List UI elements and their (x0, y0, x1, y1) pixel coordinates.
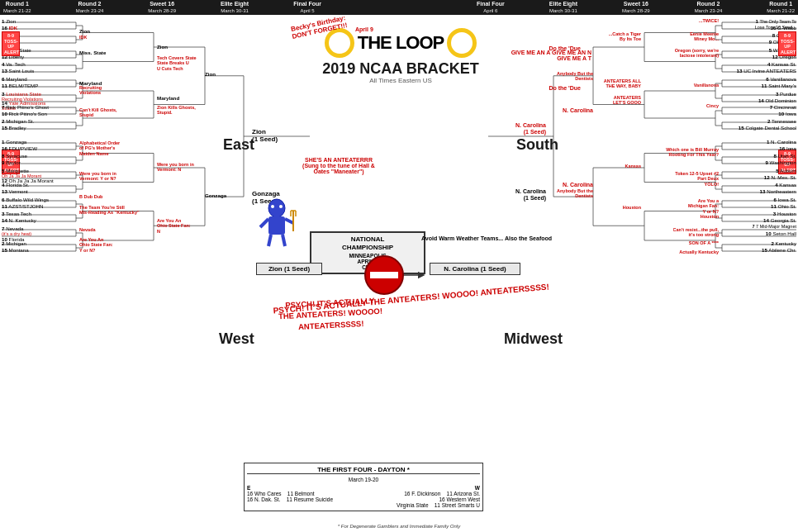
team-south-r1-10: 10 Iowa (778, 111, 796, 116)
round-header-ffl: Final Four April 5 (293, 1, 321, 14)
team-west-r1-14: 14 N. Kentucky (2, 217, 36, 223)
team-south-r1-13: 13 UC Irvine ANTEATERS (737, 68, 796, 74)
team-midwest-r1-4: 4 Kansas (775, 182, 796, 188)
team-midwest-r1-9: 9 Washington (765, 159, 796, 165)
first-four-west-games: W 16 F. Dickinson 11 Arizona St. 16 West… (368, 485, 480, 508)
svg-point-2 (268, 199, 285, 217)
team-south-r2-twice: ...TWICE! (699, 18, 719, 23)
do-the-due-s16: Do the 'Due (549, 85, 581, 91)
team-east-r2-cant-kill: Can't Kill Ghosts,Stupid (79, 107, 117, 118)
first-four-section: THE FIRST FOUR - DAYTON * March 19-20 E … (244, 463, 483, 511)
team-midwest-r1-7: 7 7 Mid-Major Magnet (753, 224, 797, 229)
team-midwest-ff: N. Carolina(1 Seed) (515, 188, 546, 202)
team-east-s16-maryland: Maryland (157, 95, 179, 101)
team-south-s16-catch-tiger: ...Catch a TigerBy Its Toe (609, 31, 641, 42)
team-midwest-r2-actually-ky: Actually Kentucky (679, 249, 719, 254)
team-east-s16-tech: Tech Covers StateState Breaks UU Cuts Te… (157, 55, 197, 71)
team-midwest-e8: Anybody But theDentists (557, 188, 593, 199)
team-south-r1-16: 16 G-Webb (770, 25, 796, 31)
team-south-r1-2: 2 Tennessee (767, 118, 796, 124)
team-west-r1-4: 4 Florida St. (2, 182, 29, 188)
team-east-r2-idk: IDK (79, 35, 87, 40)
anteater-song: SHE'S AN ANTEATERRR (Sung to the tune of… (297, 157, 380, 174)
team-midwest-r1-14: 14 Georgia St. (763, 217, 796, 223)
team-midwest-r2-cant-resist: Can't resist...the pull,it's too strong (673, 227, 719, 238)
team-midwest-r2-son-of: SON OF A **** (689, 240, 719, 245)
team-south-r1-14: 14 Old Dominion (758, 97, 796, 103)
team-east-r1-4: 4 Va. Tech (2, 61, 26, 67)
svg-line-4 (260, 219, 268, 227)
round-header-r1l: Round 1 March 21-22 (3, 1, 31, 14)
ff-e-game1: 16 Who Cares 11 Belmont (247, 491, 359, 496)
first-four-dates: March 19-20 (247, 477, 480, 482)
first-four-title: THE FIRST FOUR - DAYTON * (247, 466, 480, 474)
nc-s16-right: N. Carolina (563, 182, 593, 188)
west-region-label: West (219, 330, 254, 348)
team-west-r2-ohio: Are You AnOhio State Fan:Y or N? (79, 237, 113, 253)
team-east-r2-recvio: RecruitingViolations (79, 85, 102, 96)
first-four-east-games: E 16 Who Cares 11 Belmont 16 N. Dak. St.… (247, 485, 359, 508)
team-east-r1-2: 2 Michigan St. (2, 118, 34, 124)
team-east-r1-15: 15 Bradley (2, 125, 26, 131)
team-midwest-r1-5: 5 Auburn (776, 168, 796, 173)
team-east-r1-16: 16 IDK (2, 25, 17, 31)
team-south-e8-anteaters: Anybody But theDentists (557, 71, 593, 82)
svg-point-8 (271, 205, 274, 208)
team-east-r1-10: 10 Rick Pitino's Son (2, 111, 47, 116)
team-east-r2-zion: Zion (79, 28, 90, 34)
team-west-r1-13: 13 Vermont (2, 188, 28, 194)
midwest-region-label: Midwest (504, 330, 563, 348)
team-west-r2-kentucky: The Team You're StillMis-Reading As "Ken… (79, 205, 140, 216)
team-west-r2-nevada: Nevada (79, 227, 96, 232)
zion-mascot (256, 198, 297, 248)
team-west-r2-alphabetical: Alphabetical Orderof PG's Mother'sMaiden… (79, 140, 120, 156)
team-east-s16-zion-kills: Zion Kills Ghosts,Stupid. (157, 105, 196, 116)
team-east-r1-11: 11 BELM/TEMP (2, 83, 38, 88)
team-east-r2-missstate: Miss. State (79, 50, 106, 55)
toss-up-south-89: 8-9TOSS-UPALERT (778, 31, 796, 56)
footnote: * For Degenerate Gamblers and Immediate … (0, 524, 798, 529)
team-west-r1-6: 6 Buffalo Wild Wings (2, 197, 49, 202)
round-header-r2r: Round 2 March 23-24 (695, 1, 723, 14)
team-midwest-s16-kansas: Kansas (625, 164, 641, 169)
ff-e-game2: 16 N. Dak. St. 11 Resume Suicide (247, 496, 359, 502)
team-west-r2-vermont: Were you born inVermont: Y or N? (79, 171, 116, 182)
team-midwest-r1-1: 1 N. Carolina (767, 139, 796, 145)
no-entry-sign (363, 254, 405, 296)
bracket-container: Round 1 March 21-22 Round 2 March 23-24 … (0, 0, 798, 532)
team-south-r2-vanillanova: Vanillanova (694, 83, 719, 88)
team-midwest-r1-16: 16 Iona (779, 145, 796, 151)
round-headers: Round 1 March 21-22 Round 2 March 23-24 … (0, 0, 798, 15)
ff-w-game1: 16 F. Dickinson 11 Arizona St. (368, 491, 480, 496)
team-west-r2-bdub: B Dub Dub (79, 194, 102, 199)
team-midwest-r2-token: Token 12-5 Upset #2Part DeuxYOLO! (675, 171, 719, 187)
give-me-an-a: GIVE ME AN A GIVE ME AN N GIVE ME A T (509, 50, 591, 61)
round-header-s16r: Sweet 16 March 28-29 (622, 1, 650, 14)
team-east-r1-1: 1 Zion (2, 18, 16, 24)
loop-text: THE LOOP (358, 32, 444, 54)
team-east-r1-6: 6 Maryland (2, 76, 27, 82)
team-east-r1-13: 13 Saint Louis (2, 68, 34, 74)
team-west-r1-3: 3 Texas Tech (2, 211, 31, 216)
team-west-r1-11: 11 AZST/STJOHN (2, 203, 44, 209)
svg-line-5 (285, 219, 293, 223)
team-south-r1-11: 11 Saint Mary's (762, 83, 796, 88)
team-south-r2-cincy: Cincy (706, 103, 719, 108)
team-midwest-r1-15: 15 Abilene Chr. (762, 247, 796, 253)
south-region-label: South (516, 136, 558, 154)
team-south-r1-3: 3 Purdue (776, 91, 796, 97)
team-west-s16-vermont: Were you born inVermont: N (157, 162, 194, 173)
team-west-r1-15: 15 Montana (2, 247, 29, 253)
team-midwest-r1-3: 3 Houston (773, 211, 796, 216)
svg-point-9 (279, 205, 283, 208)
team-south-ff: N. Carolina(1 Seed) (515, 122, 546, 135)
do-the-due-r2: Do the 'Due (549, 45, 581, 51)
team-east-e8-zion: Zion (205, 71, 216, 77)
team-south-r2-eenie: Eenie MeenieMiney Mo... (690, 31, 719, 42)
round-header-ffr: Final Four April 6 (477, 1, 505, 14)
team-south-r2-oregon: Oregon (sorry, we'relactose intolerant) (675, 48, 719, 59)
round-header-s16l: Sweet 16 March 28-29 (148, 1, 176, 14)
svg-rect-1 (370, 272, 398, 278)
team-midwest-r2-michigan-fan: Are You aMichigan Fan:Y or N?Houston (688, 198, 719, 219)
team-west-e8-gonzaga: Gonzaga (205, 192, 226, 198)
